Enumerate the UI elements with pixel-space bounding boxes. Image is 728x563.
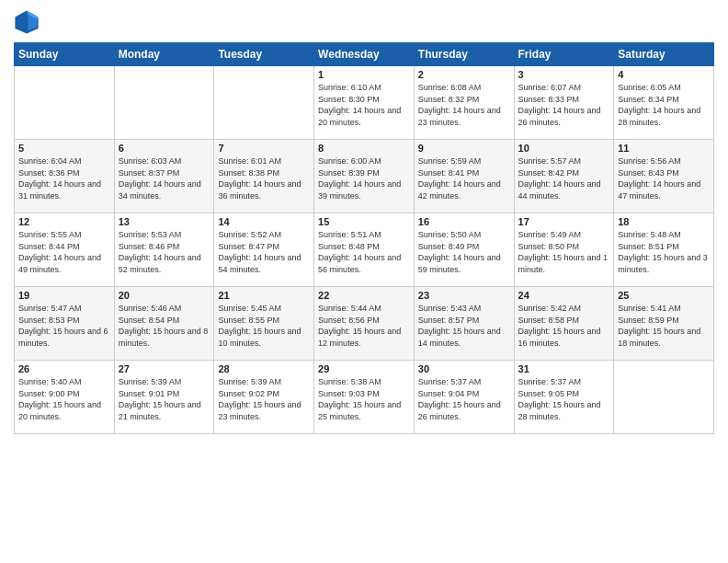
calendar-week-row: 19Sunrise: 5:47 AM Sunset: 8:53 PM Dayli…	[15, 287, 714, 361]
calendar-cell: 31Sunrise: 5:37 AM Sunset: 9:05 PM Dayli…	[514, 361, 614, 434]
day-number: 15	[318, 216, 410, 227]
calendar-cell: 24Sunrise: 5:42 AM Sunset: 8:58 PM Dayli…	[514, 287, 614, 361]
calendar-cell: 20Sunrise: 5:46 AM Sunset: 8:54 PM Dayli…	[114, 287, 214, 361]
day-detail: Sunrise: 6:10 AM Sunset: 8:30 PM Dayligh…	[318, 82, 410, 128]
logo-icon	[14, 9, 40, 35]
day-detail: Sunrise: 5:56 AM Sunset: 8:43 PM Dayligh…	[618, 155, 710, 201]
day-number: 28	[218, 363, 310, 374]
day-detail: Sunrise: 5:48 AM Sunset: 8:51 PM Dayligh…	[618, 229, 710, 275]
day-detail: Sunrise: 6:00 AM Sunset: 8:39 PM Dayligh…	[318, 155, 410, 201]
calendar-week-row: 1Sunrise: 6:10 AM Sunset: 8:30 PM Daylig…	[15, 66, 714, 140]
day-detail: Sunrise: 6:07 AM Sunset: 8:33 PM Dayligh…	[518, 82, 610, 128]
day-detail: Sunrise: 5:41 AM Sunset: 8:59 PM Dayligh…	[618, 303, 710, 349]
day-detail: Sunrise: 6:03 AM Sunset: 8:37 PM Dayligh…	[119, 155, 210, 201]
day-detail: Sunrise: 5:39 AM Sunset: 9:01 PM Dayligh…	[119, 376, 210, 422]
calendar-cell: 4Sunrise: 6:05 AM Sunset: 8:34 PM Daylig…	[614, 66, 714, 140]
day-number: 17	[518, 216, 610, 227]
day-number: 31	[518, 363, 610, 374]
calendar-cell: 2Sunrise: 6:08 AM Sunset: 8:32 PM Daylig…	[414, 66, 514, 140]
calendar-cell: 8Sunrise: 6:00 AM Sunset: 8:39 PM Daylig…	[314, 140, 415, 213]
day-number: 22	[318, 290, 410, 301]
day-number: 3	[518, 69, 610, 80]
day-detail: Sunrise: 5:42 AM Sunset: 8:58 PM Dayligh…	[518, 303, 610, 349]
calendar-cell: 29Sunrise: 5:38 AM Sunset: 9:03 PM Dayli…	[314, 361, 415, 434]
day-detail: Sunrise: 5:49 AM Sunset: 8:50 PM Dayligh…	[518, 229, 610, 275]
day-detail: Sunrise: 5:50 AM Sunset: 8:49 PM Dayligh…	[418, 229, 510, 275]
weekday-header-wednesday: Wednesday	[314, 43, 415, 66]
logo	[14, 9, 43, 35]
day-number: 27	[119, 363, 210, 374]
calendar-week-row: 5Sunrise: 6:04 AM Sunset: 8:36 PM Daylig…	[15, 140, 714, 213]
calendar-cell: 25Sunrise: 5:41 AM Sunset: 8:59 PM Dayli…	[614, 287, 714, 361]
day-detail: Sunrise: 5:59 AM Sunset: 8:41 PM Dayligh…	[418, 155, 510, 201]
day-number: 2	[418, 69, 510, 80]
calendar-cell: 5Sunrise: 6:04 AM Sunset: 8:36 PM Daylig…	[15, 140, 115, 213]
calendar-cell: 27Sunrise: 5:39 AM Sunset: 9:01 PM Dayli…	[114, 361, 214, 434]
day-number: 18	[618, 216, 710, 227]
calendar-cell: 17Sunrise: 5:49 AM Sunset: 8:50 PM Dayli…	[514, 213, 614, 287]
day-detail: Sunrise: 5:57 AM Sunset: 8:42 PM Dayligh…	[518, 155, 610, 201]
day-detail: Sunrise: 5:37 AM Sunset: 9:05 PM Dayligh…	[518, 376, 610, 422]
day-number: 5	[18, 143, 110, 154]
day-number: 13	[119, 216, 210, 227]
calendar-cell: 12Sunrise: 5:55 AM Sunset: 8:44 PM Dayli…	[15, 213, 115, 287]
day-detail: Sunrise: 5:45 AM Sunset: 8:55 PM Dayligh…	[218, 303, 310, 349]
day-detail: Sunrise: 5:37 AM Sunset: 9:04 PM Dayligh…	[418, 376, 510, 422]
day-number: 12	[18, 216, 110, 227]
weekday-header-monday: Monday	[114, 43, 214, 66]
day-number: 10	[518, 143, 610, 154]
weekday-header-saturday: Saturday	[614, 43, 714, 66]
calendar-cell: 7Sunrise: 6:01 AM Sunset: 8:38 PM Daylig…	[214, 140, 314, 213]
day-detail: Sunrise: 6:05 AM Sunset: 8:34 PM Dayligh…	[618, 82, 710, 128]
day-number: 20	[119, 290, 210, 301]
calendar-cell: 6Sunrise: 6:03 AM Sunset: 8:37 PM Daylig…	[114, 140, 214, 213]
day-detail: Sunrise: 5:43 AM Sunset: 8:57 PM Dayligh…	[418, 303, 510, 349]
calendar-week-row: 26Sunrise: 5:40 AM Sunset: 9:00 PM Dayli…	[15, 361, 714, 434]
calendar-cell	[614, 361, 714, 434]
day-detail: Sunrise: 5:53 AM Sunset: 8:46 PM Dayligh…	[119, 229, 210, 275]
day-number: 23	[418, 290, 510, 301]
day-number: 19	[18, 290, 110, 301]
calendar-cell: 22Sunrise: 5:44 AM Sunset: 8:56 PM Dayli…	[314, 287, 415, 361]
calendar-cell: 13Sunrise: 5:53 AM Sunset: 8:46 PM Dayli…	[114, 213, 214, 287]
day-number: 1	[318, 69, 410, 80]
day-number: 7	[218, 143, 310, 154]
calendar-cell: 14Sunrise: 5:52 AM Sunset: 8:47 PM Dayli…	[214, 213, 314, 287]
weekday-header-friday: Friday	[514, 43, 614, 66]
weekday-header-sunday: Sunday	[15, 43, 115, 66]
calendar-cell: 23Sunrise: 5:43 AM Sunset: 8:57 PM Dayli…	[414, 287, 514, 361]
day-detail: Sunrise: 5:51 AM Sunset: 8:48 PM Dayligh…	[318, 229, 410, 275]
day-number: 11	[618, 143, 710, 154]
calendar-cell: 9Sunrise: 5:59 AM Sunset: 8:41 PM Daylig…	[414, 140, 514, 213]
day-detail: Sunrise: 5:47 AM Sunset: 8:53 PM Dayligh…	[18, 303, 110, 349]
calendar-cell: 15Sunrise: 5:51 AM Sunset: 8:48 PM Dayli…	[314, 213, 415, 287]
weekday-header-thursday: Thursday	[414, 43, 514, 66]
calendar-cell: 3Sunrise: 6:07 AM Sunset: 8:33 PM Daylig…	[514, 66, 614, 140]
day-number: 4	[618, 69, 710, 80]
day-number: 29	[318, 363, 410, 374]
calendar-cell: 1Sunrise: 6:10 AM Sunset: 8:30 PM Daylig…	[314, 66, 415, 140]
day-number: 9	[418, 143, 510, 154]
day-number: 25	[618, 290, 710, 301]
day-detail: Sunrise: 5:44 AM Sunset: 8:56 PM Dayligh…	[318, 303, 410, 349]
calendar-table: SundayMondayTuesdayWednesdayThursdayFrid…	[14, 42, 714, 434]
calendar-cell: 30Sunrise: 5:37 AM Sunset: 9:04 PM Dayli…	[414, 361, 514, 434]
calendar-cell: 21Sunrise: 5:45 AM Sunset: 8:55 PM Dayli…	[214, 287, 314, 361]
day-detail: Sunrise: 5:52 AM Sunset: 8:47 PM Dayligh…	[218, 229, 310, 275]
calendar-cell: 16Sunrise: 5:50 AM Sunset: 8:49 PM Dayli…	[414, 213, 514, 287]
calendar-cell: 19Sunrise: 5:47 AM Sunset: 8:53 PM Dayli…	[15, 287, 115, 361]
day-number: 14	[218, 216, 310, 227]
calendar-cell: 26Sunrise: 5:40 AM Sunset: 9:00 PM Dayli…	[15, 361, 115, 434]
day-detail: Sunrise: 5:46 AM Sunset: 8:54 PM Dayligh…	[119, 303, 210, 349]
day-number: 6	[119, 143, 210, 154]
day-detail: Sunrise: 5:40 AM Sunset: 9:00 PM Dayligh…	[18, 376, 110, 422]
calendar-cell	[214, 66, 314, 140]
day-detail: Sunrise: 5:55 AM Sunset: 8:44 PM Dayligh…	[18, 229, 110, 275]
calendar-cell: 18Sunrise: 5:48 AM Sunset: 8:51 PM Dayli…	[614, 213, 714, 287]
calendar-cell	[114, 66, 214, 140]
calendar-week-row: 12Sunrise: 5:55 AM Sunset: 8:44 PM Dayli…	[15, 213, 714, 287]
day-detail: Sunrise: 5:39 AM Sunset: 9:02 PM Dayligh…	[218, 376, 310, 422]
day-detail: Sunrise: 6:04 AM Sunset: 8:36 PM Dayligh…	[18, 155, 110, 201]
page: SundayMondayTuesdayWednesdayThursdayFrid…	[0, 0, 728, 563]
day-number: 21	[218, 290, 310, 301]
